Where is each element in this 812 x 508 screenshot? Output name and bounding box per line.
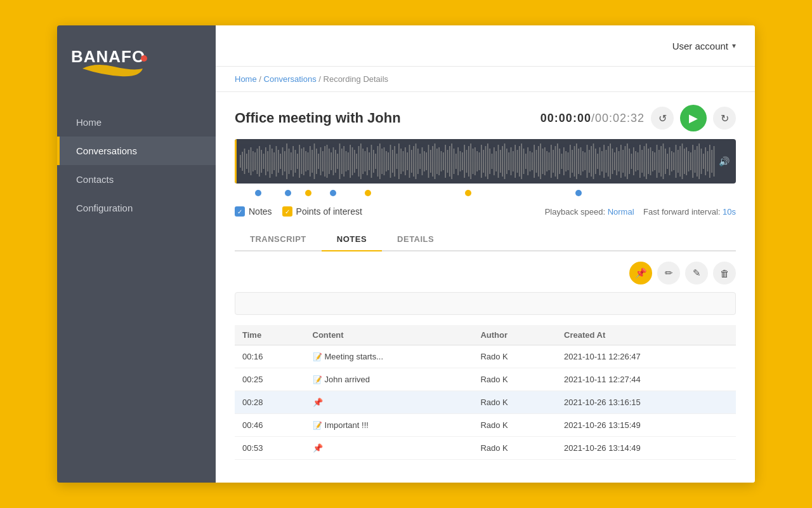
- table-row[interactable]: 00:46📝Important !!!Rado K2021-10-26 13:1…: [235, 414, 736, 437]
- svg-rect-55: [352, 147, 353, 175]
- pencil-button[interactable]: ✎: [685, 262, 708, 284]
- svg-rect-104: [455, 154, 457, 169]
- svg-rect-90: [426, 152, 427, 170]
- delete-button[interactable]: 🗑: [713, 262, 736, 284]
- svg-rect-59: [360, 144, 362, 179]
- svg-rect-210: [679, 146, 681, 177]
- pin-button[interactable]: 📌: [629, 262, 652, 284]
- svg-rect-101: [449, 146, 450, 177]
- svg-rect-69: [381, 149, 383, 174]
- tab-notes[interactable]: NOTES: [322, 228, 382, 251]
- svg-rect-14: [265, 147, 266, 175]
- svg-rect-169: [593, 144, 594, 179]
- rewind-button[interactable]: ↺: [651, 107, 674, 130]
- svg-rect-157: [568, 152, 569, 170]
- svg-rect-71: [386, 151, 387, 171]
- notes-checkbox[interactable]: ✓ Notes: [235, 206, 272, 217]
- table-row[interactable]: 00:16📝Meeting starts...Rado K2021-10-11 …: [235, 345, 736, 368]
- svg-rect-91: [428, 145, 429, 178]
- svg-rect-47: [335, 150, 336, 173]
- user-account-menu[interactable]: User account ▾: [672, 41, 736, 51]
- poi-checkbox-box: ✓: [282, 206, 292, 217]
- playback-controls: 00:00:00/00:02:32 ↺ ▶ ↻: [540, 105, 736, 131]
- svg-rect-41: [322, 151, 324, 171]
- sidebar-item-conversations[interactable]: Conversations: [57, 137, 216, 165]
- svg-rect-44: [329, 149, 330, 174]
- sidebar-item-configuration[interactable]: Configuration: [57, 194, 216, 222]
- play-button[interactable]: ▶: [680, 105, 707, 131]
- svg-rect-136: [523, 149, 525, 174]
- svg-rect-201: [660, 146, 662, 177]
- cell-time: 00:25: [235, 368, 305, 391]
- svg-rect-208: [676, 145, 677, 178]
- svg-rect-202: [663, 144, 664, 179]
- svg-rect-135: [521, 144, 522, 179]
- svg-rect-3: [242, 152, 243, 171]
- svg-rect-126: [502, 146, 503, 177]
- svg-rect-178: [612, 149, 613, 174]
- svg-rect-125: [500, 150, 501, 173]
- breadcrumb: Home / Conversations / Recording Details: [216, 67, 755, 92]
- svg-rect-158: [570, 145, 571, 178]
- cell-content: 📌: [305, 437, 473, 460]
- svg-rect-217: [695, 150, 696, 173]
- current-time: 00:00:00: [540, 112, 591, 124]
- svg-rect-191: [639, 145, 641, 178]
- svg-rect-145: [542, 149, 544, 174]
- svg-rect-139: [530, 151, 531, 171]
- svg-rect-180: [616, 147, 617, 175]
- svg-rect-74: [392, 150, 393, 173]
- sidebar: BANAFO Home Conversations Contacts Confi…: [57, 25, 216, 483]
- svg-rect-18: [273, 152, 275, 170]
- svg-rect-61: [365, 151, 366, 171]
- svg-rect-72: [388, 152, 389, 170]
- svg-rect-114: [476, 151, 478, 171]
- svg-rect-149: [551, 145, 552, 178]
- svg-rect-97: [441, 151, 442, 171]
- svg-rect-216: [692, 145, 693, 178]
- svg-rect-39: [318, 154, 319, 169]
- table-row[interactable]: 00:25📝John arrivedRado K2021-10-11 12:27…: [235, 368, 736, 391]
- svg-rect-95: [436, 149, 438, 174]
- waveform-container[interactable]: 🔊: [235, 139, 736, 184]
- svg-rect-156: [565, 151, 566, 171]
- table-row[interactable]: 00:53📌Rado K2021-10-26 13:14:49: [235, 437, 736, 460]
- svg-rect-124: [498, 145, 499, 178]
- svg-rect-193: [644, 146, 645, 177]
- svg-rect-161: [576, 144, 577, 179]
- svg-rect-211: [682, 144, 683, 179]
- tab-transcript[interactable]: TRANSCRIPT: [235, 228, 322, 251]
- svg-rect-218: [697, 146, 698, 177]
- svg-rect-207: [673, 152, 674, 170]
- breadcrumb-sep1: /: [259, 74, 263, 84]
- svg-rect-77: [398, 144, 400, 179]
- sidebar-item-home[interactable]: Home: [57, 108, 216, 137]
- svg-rect-138: [527, 147, 528, 175]
- sidebar-item-contacts[interactable]: Contacts: [57, 165, 216, 194]
- tab-details[interactable]: DETAILS: [382, 228, 449, 251]
- svg-rect-176: [608, 146, 609, 177]
- action-buttons: 📌 ✏ ✎ 🗑: [235, 262, 736, 284]
- svg-rect-219: [698, 144, 700, 179]
- svg-rect-131: [513, 151, 514, 171]
- fast-forward-button[interactable]: ↻: [713, 107, 736, 130]
- svg-rect-209: [678, 150, 679, 173]
- svg-rect-83: [411, 150, 412, 173]
- svg-rect-54: [350, 145, 351, 178]
- edit-note-button[interactable]: ✏: [657, 262, 680, 284]
- marker-dot: [465, 190, 471, 196]
- svg-rect-160: [574, 146, 575, 177]
- volume-icon: 🔊: [719, 156, 730, 166]
- breadcrumb-conversations[interactable]: Conversations: [264, 74, 317, 84]
- svg-rect-75: [394, 146, 395, 177]
- svg-rect-99: [445, 145, 446, 178]
- svg-rect-182: [620, 145, 622, 178]
- breadcrumb-home[interactable]: Home: [235, 74, 257, 84]
- cell-created-at: 2021-10-11 12:27:44: [556, 368, 736, 391]
- filter-bar[interactable]: [235, 292, 736, 315]
- svg-rect-181: [619, 151, 620, 171]
- svg-rect-16: [270, 145, 271, 178]
- poi-checkbox[interactable]: ✓ Points of interest: [282, 206, 362, 217]
- table-row[interactable]: 00:28📌Rado K2021-10-26 13:16:15: [235, 391, 736, 414]
- col-time: Time: [235, 325, 305, 345]
